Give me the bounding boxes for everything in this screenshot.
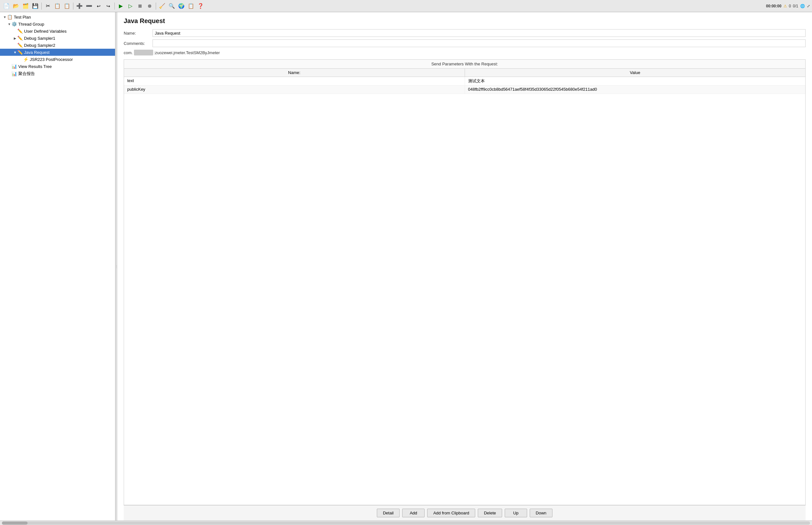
ratio-display: 0/1 [793, 4, 798, 8]
param-name-text: text [124, 77, 465, 85]
header-name: Name: [124, 69, 465, 77]
sidebar-item-aggregate-report[interactable]: 📊 聚合报告 [0, 70, 115, 78]
sidebar-item-debug-sampler-2[interactable]: ✏️ Debug Sampler2 [0, 42, 115, 49]
params-title: Send Parameters With the Request: [124, 59, 806, 68]
main-area: ▼ 📋 Test Plan ▼ ⚙️ Thread Group ✏️ User … [0, 12, 812, 521]
toolbar: 📄 📂 🗂️ 💾 ✂ 📋 📋 ➕ ➖ ↩ ↪ ▶ ▷ ⏹ ⏺ 🧹 🔍 🌍 📋 ❓… [0, 0, 812, 12]
sidebar-item-debug-sampler-1[interactable]: ▶ ✏️ Debug Sampler1 [0, 35, 115, 42]
search-button[interactable]: 🔍 [167, 2, 176, 11]
params-body: text 测试文本 publicKey 048fb2ff9cc0cb8bd564… [124, 77, 805, 505]
scroll-thumb [2, 522, 28, 525]
name-label: Name: [124, 31, 153, 35]
table-row[interactable]: text 测试文本 [124, 77, 805, 86]
jsr223-label: JSR223 PostProcessor [30, 57, 73, 62]
aggregate-icon: 📊 [12, 71, 17, 76]
warning-icon: ⚠ [783, 4, 787, 8]
action-bar: Detail Add Add from Clipboard Delete Up … [124, 505, 806, 521]
redo-button[interactable]: ↪ [104, 2, 113, 11]
java-request-icon: ✏️ [17, 50, 23, 55]
add-button[interactable]: Add [402, 509, 425, 517]
view-results-label: View Results Tree [18, 64, 52, 69]
toolbar-sep-4 [156, 3, 156, 10]
expand-icon: ⤢ [807, 4, 810, 8]
save-template-button[interactable]: 🗂️ [21, 2, 30, 11]
paste-button[interactable]: 📋 [62, 2, 72, 11]
scroll-track [2, 522, 810, 525]
toolbar-sep-1 [41, 3, 42, 10]
class-blur-redacted [134, 50, 153, 56]
param-value-publickey: 048fb2ff9cc0cb8bd56471aef58f4f35d33065d2… [465, 86, 806, 94]
udv-label: User Defined Variables [24, 29, 67, 34]
arrow: ▼ [3, 15, 7, 19]
debug1-icon: ✏️ [17, 35, 23, 41]
help-button[interactable]: ❓ [196, 2, 205, 11]
sidebar-item-view-results[interactable]: 📊 View Results Tree [0, 63, 115, 70]
arrow: ▶ [13, 36, 17, 40]
arrow: ▼ [13, 51, 17, 54]
add-from-clipboard-button[interactable]: Add from Clipboard [427, 509, 475, 517]
aggregate-label: 聚合报告 [18, 71, 35, 77]
java-request-label: Java Request [24, 50, 50, 55]
udv-icon: ✏️ [17, 29, 23, 34]
name-input[interactable] [153, 29, 806, 37]
clear-button[interactable]: 🧹 [158, 2, 167, 11]
elapsed-time: 00:00:00 [766, 4, 782, 8]
comments-row: Comments: [124, 40, 806, 47]
remote-button[interactable]: 🌍 [177, 2, 186, 11]
new-button[interactable]: 📄 [2, 2, 11, 11]
view-results-icon: 📊 [12, 64, 17, 69]
params-table: Name: Value text 测试文本 publicKey 048fb2ff… [124, 68, 806, 505]
thread-group-icon: ⚙️ [12, 21, 17, 27]
name-row: Name: [124, 29, 806, 37]
comments-label: Comments: [124, 41, 153, 46]
run-button[interactable]: ▶ [116, 2, 125, 11]
cut-button[interactable]: ✂ [43, 2, 52, 11]
param-value-text: 测试文本 [465, 77, 806, 85]
arrow: ▼ [7, 22, 12, 26]
sidebar-item-user-defined-variables[interactable]: ✏️ User Defined Variables [0, 28, 115, 35]
toolbar-sep-2 [73, 3, 73, 10]
add-element-button[interactable]: ➕ [75, 2, 84, 11]
sidebar-item-test-plan[interactable]: ▼ 📋 Test Plan [0, 13, 115, 20]
content-panel: Java Request Name: Comments: com. :zuoze… [117, 12, 812, 521]
globe-icon: 🌐 [800, 4, 805, 8]
test-plan-icon: 📋 [7, 14, 13, 19]
table-row[interactable]: publicKey 048fb2ff9cc0cb8bd56471aef58f4f… [124, 86, 805, 94]
param-name-publickey: publicKey [124, 86, 465, 94]
warn-count: 0 [789, 4, 791, 8]
toolbar-info: 00:00:00 ⚠ 0 0/1 🌐 ⤢ [766, 4, 810, 8]
save-button[interactable]: 💾 [31, 2, 40, 11]
toolbar-sep-3 [114, 3, 115, 10]
up-button[interactable]: Up [505, 509, 527, 517]
sidebar-item-thread-group[interactable]: ▼ ⚙️ Thread Group [0, 20, 115, 28]
debug2-icon: ✏️ [17, 43, 23, 48]
debug1-label: Debug Sampler1 [24, 36, 56, 41]
panel-title: Java Request [124, 17, 806, 25]
shutdown-button[interactable]: ⏺ [145, 2, 154, 11]
jsr223-icon: ⚡ [23, 57, 29, 62]
horizontal-scrollbar[interactable] [0, 521, 812, 525]
debug2-label: Debug Sampler2 [24, 43, 56, 48]
sidebar-item-jsr223[interactable]: ⚡ JSR223 PostProcessor [0, 56, 115, 63]
class-prefix: com. [124, 50, 133, 55]
copy-button[interactable]: 📋 [53, 2, 62, 11]
run-no-pause-button[interactable]: ▷ [126, 2, 135, 11]
detail-button[interactable]: Detail [377, 509, 400, 517]
comments-input[interactable] [153, 40, 806, 47]
thread-group-label: Thread Group [18, 22, 44, 27]
delete-button[interactable]: Delete [478, 509, 502, 517]
params-header: Name: Value [124, 69, 805, 77]
class-row: com. :zuozewei.jmeter.TestSM2ByJmeter [124, 50, 806, 56]
params-section: Send Parameters With the Request: Name: … [124, 59, 806, 505]
remove-element-button[interactable]: ➖ [85, 2, 94, 11]
log-button[interactable]: 📋 [186, 2, 196, 11]
down-button[interactable]: Down [530, 509, 552, 517]
stop-button[interactable]: ⏹ [136, 2, 144, 11]
undo-button[interactable]: ↩ [94, 2, 103, 11]
sidebar-tree: ▼ 📋 Test Plan ▼ ⚙️ Thread Group ✏️ User … [0, 12, 116, 521]
sidebar-item-java-request[interactable]: ▼ ✏️ Java Request [0, 49, 115, 56]
test-plan-label: Test Plan [14, 15, 31, 19]
header-value: Value [465, 69, 806, 77]
class-suffix: :zuozewei.jmeter.TestSM2ByJmeter [154, 50, 220, 55]
open-button[interactable]: 📂 [12, 2, 20, 11]
